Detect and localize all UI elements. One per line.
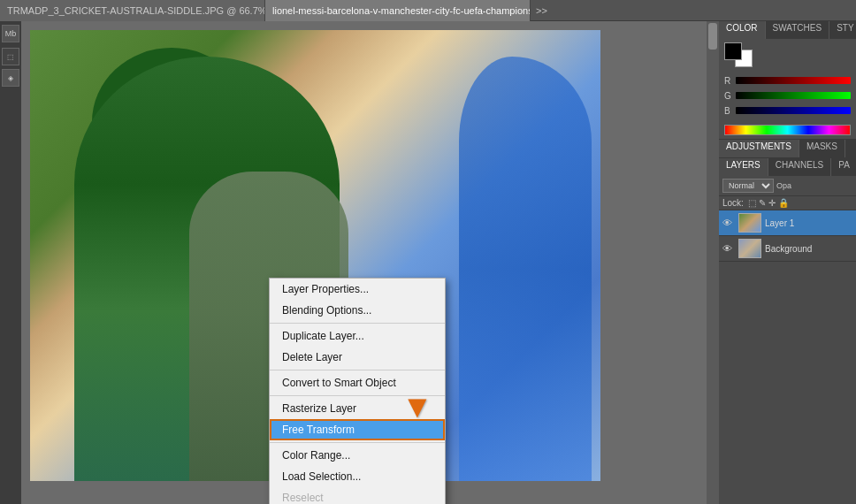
menu-layer-properties[interactable]: Layer Properties...: [270, 279, 445, 300]
layer-1-eye-icon[interactable]: 👁: [722, 218, 735, 228]
tab-bar: TRMADP_3_CRICKET-AUSTRALIA-SIDDLE.JPG @ …: [0, 0, 856, 21]
layer-item-1[interactable]: 👁 Layer 1: [719, 210, 856, 236]
menu-divider-2: [270, 370, 445, 370]
layers-tabs: LAYERS CHANNELS PA: [719, 158, 856, 176]
b-label: B: [724, 106, 733, 116]
menu-color-range[interactable]: Color Range...: [270, 445, 445, 466]
color-gradient-bar[interactable]: [724, 125, 851, 135]
canvas-area: ★ Layer Properties... Blending Options..…: [21, 21, 707, 504]
tab-cricket-label: TRMADP_3_CRICKET-AUSTRALIA-SIDDLE.JPG @ …: [7, 5, 265, 16]
tab-color[interactable]: COLOR: [719, 21, 766, 39]
layers-options: Normal Multiply Screen Overlay Opa: [719, 176, 856, 196]
tools-panel: Mb ⬚ ◈: [0, 21, 21, 504]
color-panel-tabs: COLOR SWATCHES STY: [719, 21, 856, 39]
layers-lock-row: Lock: ⬚ ✎ ✛ 🔒: [719, 196, 856, 210]
tab-masks[interactable]: MASKS: [799, 140, 845, 157]
adj-panel-tabs: ADJUSTMENTS MASKS: [719, 140, 856, 157]
layer-item-bg[interactable]: 👁 Background: [719, 236, 856, 262]
b-slider[interactable]: [736, 107, 851, 114]
menu-duplicate-layer[interactable]: Duplicate Layer...: [270, 325, 445, 347]
tab-cricket[interactable]: TRMADP_3_CRICKET-AUSTRALIA-SIDDLE.JPG @ …: [0, 0, 265, 21]
tab-swatches[interactable]: SWATCHES: [766, 21, 830, 39]
scroll-thumb[interactable]: [708, 23, 717, 50]
tool-mb[interactable]: Mb: [2, 25, 19, 42]
adj-masks-panel: ADJUSTMENTS MASKS: [719, 140, 856, 158]
vertical-scrollbar[interactable]: [707, 21, 719, 504]
layer-bg-name: Background: [765, 244, 852, 254]
menu-reselect[interactable]: Reselect: [270, 487, 445, 504]
layer-bg-eye-icon[interactable]: 👁: [722, 243, 735, 254]
color-panel: COLOR SWATCHES STY R G: [719, 21, 856, 140]
opacity-label: Opa: [776, 181, 791, 190]
color-row-g: G: [724, 89, 851, 102]
color-sliders: R G B: [719, 71, 856, 123]
tab-style[interactable]: STY: [829, 21, 856, 39]
color-swatch-area: [719, 39, 856, 71]
color-row-b: B: [724, 104, 851, 117]
tab-messi[interactable]: lionel-messi-barcelona-v-manchester-city…: [265, 0, 531, 21]
main-layout: Mb ⬚ ◈ ★ Layer Properties.: [0, 21, 856, 504]
tab-layers[interactable]: LAYERS: [719, 158, 768, 176]
tab-adjustments[interactable]: ADJUSTMENTS: [719, 140, 799, 157]
menu-divider-1: [270, 323, 445, 324]
menu-blending-options[interactable]: Blending Options...: [270, 300, 445, 321]
layer-bg-thumbnail: [738, 239, 761, 258]
layers-panel: LAYERS CHANNELS PA Normal Multiply Scree…: [719, 158, 856, 504]
r-label: R: [724, 76, 733, 86]
tab-overflow[interactable]: >>: [531, 5, 553, 16]
right-panel: COLOR SWATCHES STY R G: [719, 21, 856, 504]
lock-all-icon[interactable]: 🔒: [778, 198, 789, 208]
tool-3[interactable]: ◈: [2, 69, 19, 87]
layer-1-name: Layer 1: [765, 218, 852, 228]
menu-delete-layer[interactable]: Delete Layer: [270, 347, 445, 368]
tab-channels[interactable]: CHANNELS: [768, 158, 831, 176]
fg-bg-swatches[interactable]: [724, 42, 753, 67]
tool-2[interactable]: ⬚: [2, 48, 19, 65]
lock-move-icon[interactable]: ✛: [768, 198, 776, 208]
g-label: G: [724, 91, 733, 101]
person-right: [459, 57, 592, 481]
g-slider[interactable]: [736, 92, 851, 99]
lock-transparent-icon[interactable]: ⬚: [748, 198, 756, 208]
orange-arrow: ▼: [401, 388, 433, 425]
lock-label: Lock:: [722, 198, 744, 208]
lock-brush-icon[interactable]: ✎: [759, 198, 766, 208]
menu-load-selection[interactable]: Load Selection...: [270, 466, 445, 487]
r-slider[interactable]: [736, 77, 851, 84]
foreground-swatch[interactable]: [724, 42, 742, 60]
layer-1-thumbnail: [738, 213, 761, 233]
blend-mode-select[interactable]: Normal Multiply Screen Overlay: [722, 179, 774, 193]
tab-pa[interactable]: PA: [831, 158, 856, 176]
tab-messi-label: lionel-messi-barcelona-v-manchester-city…: [272, 5, 531, 16]
color-row-r: R: [724, 74, 851, 87]
menu-divider-4: [270, 442, 445, 443]
